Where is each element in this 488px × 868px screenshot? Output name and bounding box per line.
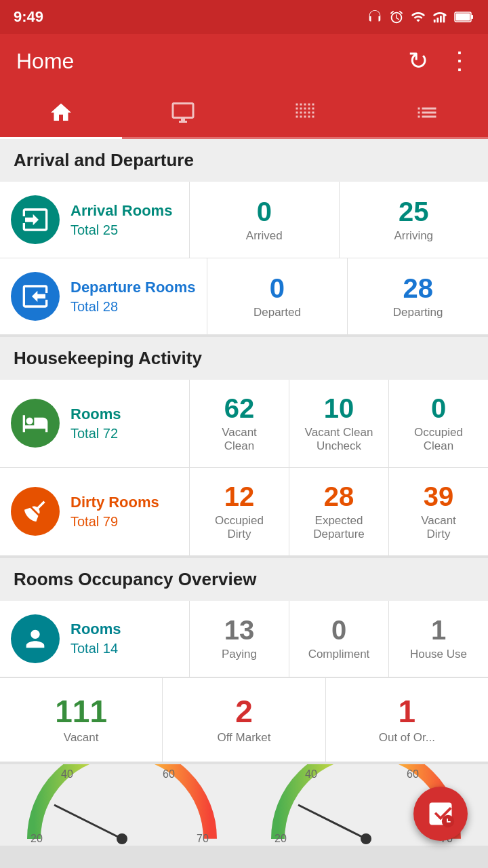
vacant-dirty-cell: 39 VacantDirty <box>389 468 488 555</box>
housekeeping-card: Rooms Total 72 62 VacantClean 10 Vacant … <box>0 380 488 555</box>
off-market-value: 2 <box>235 694 253 729</box>
off-market-cell: 2 Off Market <box>163 678 325 762</box>
svg-line-19 <box>298 805 366 839</box>
svg-text:20: 20 <box>30 833 43 844</box>
arrived-value: 0 <box>257 197 272 226</box>
vacant-dirty-value: 39 <box>424 481 454 511</box>
tab-keypad[interactable] <box>244 88 366 137</box>
vacant-clean-uncheck-cell: 10 Vacant CleanUncheck <box>289 380 389 467</box>
occupancy-rooms-label-cell: Rooms Total 14 <box>0 601 190 677</box>
dirty-rooms-title: Dirty Rooms <box>70 494 159 511</box>
dirty-rooms-label-cell: Dirty Rooms Total 79 <box>0 468 190 555</box>
tab-monitor[interactable] <box>122 88 244 137</box>
svg-rect-2 <box>440 16 442 22</box>
paying-value: 13 <box>224 615 255 645</box>
arriving-value: 25 <box>399 197 429 226</box>
occupancy-rooms-total: Total 14 <box>70 641 121 656</box>
vacant-clean-uncheck-value: 10 <box>324 393 354 423</box>
house-use-cell: 1 House Use <box>389 601 488 677</box>
rooms-total: Total 72 <box>70 426 121 441</box>
arrival-rooms-icon <box>11 195 60 244</box>
vacant-clean-uncheck-label: Vacant CleanUncheck <box>305 426 373 454</box>
occupied-clean-label: OccupiedClean <box>414 426 463 454</box>
compliment-label: Compliment <box>308 648 370 661</box>
svg-text:20: 20 <box>274 833 287 844</box>
occupied-dirty-label: OccupiedDirty <box>215 514 264 542</box>
svg-text:70: 70 <box>197 833 209 844</box>
vacant-bottom-label: Vacant <box>64 731 99 745</box>
departing-value: 28 <box>403 273 433 303</box>
compliment-value: 0 <box>331 615 346 645</box>
expected-departure-label: ExpectedDeparture <box>313 514 365 542</box>
rooms-icon <box>11 399 60 448</box>
svg-rect-6 <box>456 14 470 21</box>
arriving-label: Arriving <box>394 229 433 243</box>
svg-point-13 <box>117 833 127 844</box>
svg-line-12 <box>54 805 122 839</box>
svg-point-20 <box>361 833 371 844</box>
battery-icon <box>454 9 474 24</box>
svg-text:60: 60 <box>163 768 175 780</box>
paying-label: Paying <box>222 648 257 661</box>
departed-value: 0 <box>270 273 285 303</box>
departure-rooms-title: Departure Rooms <box>70 279 196 296</box>
departure-rooms-row: Departure Rooms Total 28 0 Departed 28 D… <box>0 258 488 334</box>
occupied-clean-cell: 0 OccupiedClean <box>389 380 488 467</box>
gauge-left: 20 40 50 60 70 <box>0 764 244 846</box>
house-use-label: House Use <box>410 648 467 661</box>
status-time: 9:49 <box>14 8 43 26</box>
occupancy-rooms-title: Rooms <box>70 620 121 638</box>
rooms-row: Rooms Total 72 62 VacantClean 10 Vacant … <box>0 380 488 468</box>
occupancy-rooms-row: Rooms Total 14 13 Paying 0 Compliment 1 … <box>0 601 488 677</box>
svg-rect-1 <box>436 18 439 22</box>
vacant-clean-value: 62 <box>224 393 255 423</box>
dirty-rooms-row: Dirty Rooms Total 79 12 OccupiedDirty 28… <box>0 468 488 555</box>
svg-rect-0 <box>434 20 436 23</box>
paying-cell: 13 Paying <box>190 601 289 677</box>
arrival-departure-card: Arrival Rooms Total 25 0 Arrived 25 Arri… <box>0 182 488 334</box>
occupied-dirty-cell: 12 OccupiedDirty <box>190 468 289 555</box>
fab-button[interactable] <box>413 787 468 841</box>
housekeeping-header: Housekeeping Activity <box>0 337 488 380</box>
svg-rect-3 <box>443 14 445 22</box>
compliment-cell: 0 Compliment <box>289 601 389 677</box>
nav-tabs <box>0 88 488 139</box>
departure-rooms-icon <box>11 272 60 321</box>
vacant-clean-cell: 62 VacantClean <box>190 380 289 467</box>
departing-label: Departing <box>393 306 443 319</box>
refresh-button[interactable]: ↻ <box>408 47 428 75</box>
arriving-cell: 25 Arriving <box>340 182 489 258</box>
signal-icon <box>432 9 447 24</box>
departure-rooms-total: Total 28 <box>70 299 196 315</box>
vacant-bottom-value: 111 <box>55 694 107 729</box>
status-bar: 9:49 <box>0 0 488 34</box>
headset-icon <box>367 9 382 24</box>
vacant-bottom-cell: 111 Vacant <box>0 678 163 762</box>
bottom-stats-row: 111 Vacant 2 Off Market 1 Out of Or... <box>0 677 488 762</box>
arrival-rooms-total: Total 25 <box>70 222 172 238</box>
vacant-clean-label: VacantClean <box>222 426 257 454</box>
rooms-title: Rooms <box>70 406 121 423</box>
departed-cell: 0 Departed <box>207 258 348 334</box>
occupied-clean-value: 0 <box>431 393 446 423</box>
out-of-order-label: Out of Or... <box>379 731 435 745</box>
more-menu-button[interactable]: ⋮ <box>447 47 472 75</box>
app-bar: Home ↻ ⋮ <box>0 34 488 88</box>
out-of-order-value: 1 <box>399 694 416 729</box>
occupied-dirty-value: 12 <box>224 481 255 511</box>
tab-home[interactable] <box>0 88 122 137</box>
arrival-rooms-row: Arrival Rooms Total 25 0 Arrived 25 Arri… <box>0 182 488 258</box>
svg-text:40: 40 <box>305 768 317 780</box>
svg-text:60: 60 <box>407 768 419 780</box>
dirty-rooms-icon <box>11 487 60 536</box>
alarm-icon <box>389 9 404 24</box>
tab-list[interactable] <box>366 88 488 137</box>
expected-departure-value: 28 <box>324 481 354 511</box>
departure-rooms-label: Departure Rooms Total 28 <box>0 258 207 334</box>
arrival-rooms-label: Arrival Rooms Total 25 <box>0 182 190 258</box>
occupancy-rooms-icon <box>11 614 60 663</box>
status-icons <box>367 9 474 24</box>
occupancy-card: Rooms Total 14 13 Paying 0 Compliment 1 … <box>0 601 488 762</box>
dirty-rooms-total: Total 79 <box>70 514 159 530</box>
rooms-label-cell: Rooms Total 72 <box>0 380 190 467</box>
